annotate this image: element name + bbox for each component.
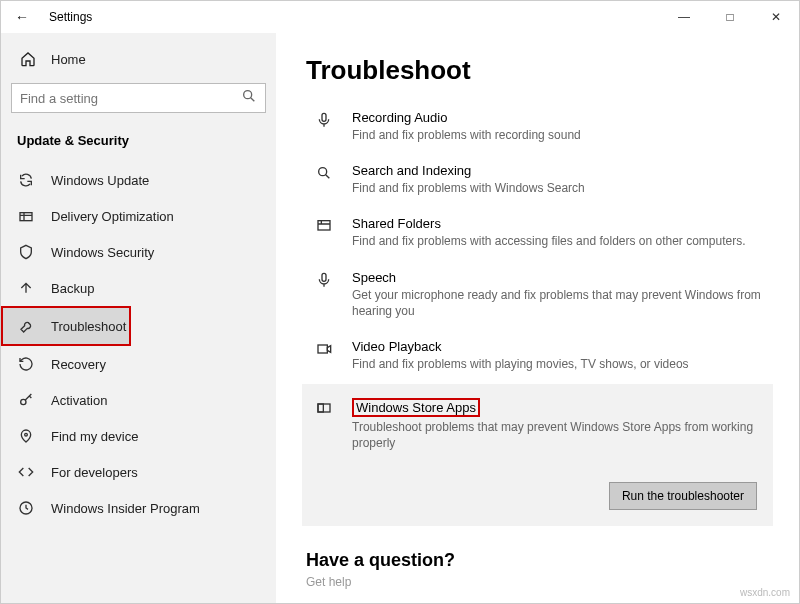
svg-point-0	[244, 91, 252, 99]
svg-rect-9	[318, 221, 330, 230]
back-icon[interactable]: ←	[15, 9, 35, 25]
folder-icon	[312, 218, 336, 249]
troubleshooter-desc: Troubleshoot problems that may prevent W…	[352, 419, 763, 451]
troubleshooter-title: Shared Folders	[352, 216, 763, 231]
window-title: Settings	[49, 10, 92, 24]
search-input[interactable]	[20, 91, 241, 106]
sidebar-item-windows-security[interactable]: Windows Security	[1, 234, 276, 270]
sidebar-item-label: Activation	[51, 393, 107, 408]
troubleshooter-desc: Find and fix problems with recording sou…	[352, 127, 763, 143]
sidebar-item-label: For developers	[51, 465, 138, 480]
backup-icon	[17, 280, 35, 296]
close-button[interactable]: ✕	[753, 1, 799, 33]
troubleshooter-title: Video Playback	[352, 339, 763, 354]
page-title: Troubleshoot	[306, 55, 769, 86]
code-icon	[17, 464, 35, 480]
troubleshooter-desc: Find and fix problems with accessing fil…	[352, 233, 763, 249]
mic-icon	[312, 112, 336, 143]
location-icon	[17, 428, 35, 444]
troubleshooter-speech[interactable]: Speech Get your microphone ready and fix…	[306, 260, 769, 329]
titlebar: ← Settings — □ ✕	[1, 1, 799, 33]
sidebar-item-label: Delivery Optimization	[51, 209, 174, 224]
troubleshooter-desc: Find and fix problems with Windows Searc…	[352, 180, 763, 196]
delivery-icon	[17, 208, 35, 224]
svg-point-4	[25, 433, 28, 436]
svg-rect-10	[322, 273, 326, 281]
sidebar-item-label: Windows Security	[51, 245, 154, 260]
minimize-button[interactable]: —	[661, 1, 707, 33]
wrench-icon	[19, 318, 35, 334]
sidebar-item-label: Windows Update	[51, 173, 149, 188]
window-controls: — □ ✕	[661, 1, 799, 33]
search-icon	[312, 165, 336, 196]
sidebar-item-activation[interactable]: Activation	[1, 382, 276, 418]
troubleshooter-title: Search and Indexing	[352, 163, 763, 178]
sidebar: Home Update & Security Windows Update De…	[1, 33, 276, 603]
insider-icon	[17, 500, 35, 516]
troubleshooter-video-playback[interactable]: Video Playback Find and fix problems wit…	[306, 329, 769, 382]
svg-line-8	[326, 175, 330, 179]
sidebar-item-recovery[interactable]: Recovery	[1, 346, 276, 382]
troubleshooter-recording-audio[interactable]: Recording Audio Find and fix problems wi…	[306, 100, 769, 153]
apps-icon	[312, 400, 336, 451]
sidebar-item-for-developers[interactable]: For developers	[1, 454, 276, 490]
troubleshooter-desc: Get your microphone ready and fix proble…	[352, 287, 763, 319]
sidebar-item-label: Windows Insider Program	[51, 501, 200, 516]
get-help-link[interactable]: Get help	[306, 575, 769, 589]
troubleshooter-desc: Find and fix problems with playing movie…	[352, 356, 763, 372]
troubleshooter-title: Windows Store Apps	[352, 398, 763, 417]
troubleshooter-windows-store-apps[interactable]: Windows Store Apps Troubleshoot problems…	[302, 384, 773, 525]
sidebar-item-backup[interactable]: Backup	[1, 270, 276, 306]
sidebar-item-troubleshoot[interactable]: Troubleshoot	[1, 306, 131, 346]
svg-point-7	[319, 168, 327, 176]
content-pane: Troubleshoot Recording Audio Find and fi…	[276, 33, 799, 603]
mic-icon	[312, 272, 336, 319]
shield-icon	[17, 244, 35, 260]
sidebar-item-windows-update[interactable]: Windows Update	[1, 162, 276, 198]
home-button[interactable]: Home	[1, 43, 276, 75]
svg-rect-2	[20, 213, 32, 221]
troubleshooter-list: Recording Audio Find and fix problems wi…	[306, 100, 769, 526]
home-label: Home	[51, 52, 86, 67]
sidebar-item-windows-insider[interactable]: Windows Insider Program	[1, 490, 276, 526]
question-section: Have a question? Get help	[306, 550, 769, 589]
troubleshooter-title: Recording Audio	[352, 110, 763, 125]
svg-rect-6	[322, 113, 326, 121]
sidebar-item-label: Find my device	[51, 429, 138, 444]
search-box[interactable]	[11, 83, 266, 113]
home-icon	[19, 51, 37, 67]
watermark: wsxdn.com	[740, 587, 790, 598]
key-icon	[17, 392, 35, 408]
sidebar-item-delivery-optimization[interactable]: Delivery Optimization	[1, 198, 276, 234]
sync-icon	[17, 172, 35, 188]
video-icon	[312, 341, 336, 372]
question-heading: Have a question?	[306, 550, 769, 571]
run-troubleshooter-button[interactable]: Run the troubleshooter	[609, 482, 757, 510]
recovery-icon	[17, 356, 35, 372]
troubleshooter-title: Speech	[352, 270, 763, 285]
sidebar-item-label: Recovery	[51, 357, 106, 372]
svg-point-3	[21, 399, 26, 404]
svg-rect-13	[318, 404, 323, 412]
sidebar-item-find-my-device[interactable]: Find my device	[1, 418, 276, 454]
search-icon	[241, 88, 257, 108]
svg-line-1	[251, 98, 255, 102]
svg-rect-11	[318, 345, 327, 353]
sidebar-item-label: Troubleshoot	[51, 319, 126, 334]
nav-list: Windows Update Delivery Optimization Win…	[1, 162, 276, 526]
section-header: Update & Security	[1, 127, 276, 162]
sidebar-item-label: Backup	[51, 281, 94, 296]
maximize-button[interactable]: □	[707, 1, 753, 33]
troubleshooter-shared-folders[interactable]: Shared Folders Find and fix problems wit…	[306, 206, 769, 259]
troubleshooter-search-indexing[interactable]: Search and Indexing Find and fix problem…	[306, 153, 769, 206]
